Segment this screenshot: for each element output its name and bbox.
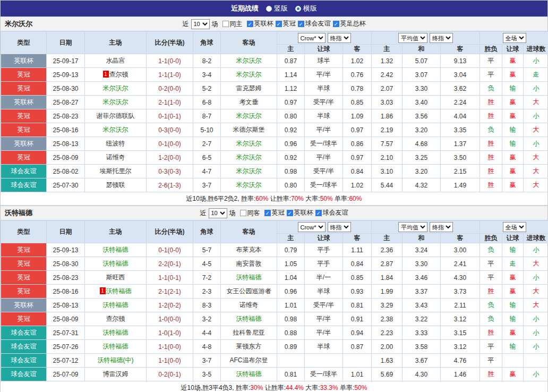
europe-odds-cell: 4.30: [403, 368, 441, 381]
corner-cell: 3-7: [193, 178, 221, 192]
col-header-date: 日期: [47, 32, 85, 54]
asian-odds-cell: 平/半: [305, 68, 343, 82]
col-header-asian-handicap: 让球: [305, 45, 343, 54]
score-cell: 0-1(0-0): [147, 243, 193, 257]
corner-cell: 3-7: [193, 354, 221, 368]
asian-odds-cell: 0.84: [343, 257, 372, 271]
layout-radio-vertical[interactable]: 竖版: [266, 4, 288, 13]
league-badge: 英冠: [1, 285, 47, 299]
corner-cell: 8-3: [193, 299, 221, 312]
filter-near-label: 近: [200, 209, 207, 218]
asian-odds-cell: 受一/球半: [305, 178, 343, 192]
match-row: 英联杯25-09-17水晶宫1-1(0-0)8-2米尔沃尔0.87球半1.021…: [1, 54, 548, 68]
match-row: 英联杯25-08-13沃特福德1-2(0-2)8-3诺维奇1.01受平/半0.8…: [1, 299, 548, 312]
handicap-result-cell: 赢: [502, 178, 524, 192]
checkbox-icon: [298, 21, 304, 27]
matches-table: 类型 日期 主场 比分(半场) 角球 客场 Crow*终指 平均值终指 全场: [1, 220, 548, 381]
competition-filter[interactable]: 英联杯: [287, 208, 313, 217]
same-venue-filter[interactable]: 同主: [222, 20, 243, 29]
europe-odds-cell: 3.24: [403, 243, 441, 257]
col-header-corner: 角球: [193, 32, 221, 54]
filter-games-label: 场: [229, 209, 236, 218]
col-header-goals-result: 进球数: [524, 45, 548, 54]
europe-odds-cell: 3.20: [403, 165, 441, 178]
col-header-corner: 角球: [193, 221, 221, 243]
europe-odds-cell: 4.32: [403, 178, 441, 192]
summary-stat-value: 60%: [255, 195, 268, 202]
league-badge: 英冠: [1, 123, 47, 137]
result-scope-select[interactable]: 全场: [503, 222, 526, 232]
goals-result-cell: 小: [524, 82, 548, 96]
league-badge: 英冠: [1, 109, 47, 123]
asian-odds-cell: 0.94: [343, 326, 372, 340]
asian-odds-cell: 球半: [305, 54, 343, 68]
europe-odds-cell: 3.30: [403, 82, 441, 96]
goals-result-cell: 小: [524, 271, 548, 285]
europe-odds-cell: 2.11: [441, 299, 480, 312]
match-date: 25-08-23: [47, 109, 85, 123]
europe-source-select[interactable]: 平均值: [398, 222, 427, 232]
corner-cell: 7-2: [193, 271, 221, 285]
asian-source-select[interactable]: Crow*: [298, 33, 326, 43]
summary-stat-value: 50%: [354, 384, 367, 391]
recent-count-select[interactable]: 10: [209, 208, 227, 218]
col-header-type: 类型: [1, 221, 47, 243]
away-team-cell: 沃特福德: [221, 368, 277, 381]
europe-odds-cell: 3.50: [441, 151, 480, 165]
result-cell: 胜: [480, 109, 502, 123]
score-cell: 0-1(0-1): [147, 109, 193, 123]
asian-odds-cell: 0.97: [343, 151, 372, 165]
asian-odds-cell: 半球: [305, 340, 343, 354]
home-team-cell: 埃斯托里尔: [85, 165, 147, 178]
checkbox-icon: [333, 21, 339, 27]
competition-filter[interactable]: 球会友谊: [298, 19, 331, 28]
europe-mode-select[interactable]: 终指: [430, 222, 453, 232]
result-scope-select[interactable]: 全场: [503, 33, 526, 43]
corner-cell: 8-7: [193, 109, 221, 123]
col-header-asian-home: 主: [277, 234, 305, 243]
recent-count-select[interactable]: 10: [191, 19, 210, 29]
score-cell: 1-1(0-0): [147, 54, 193, 68]
europe-odds-cell: 7.57: [372, 137, 403, 151]
layout-radio-horizontal[interactable]: 横版: [295, 4, 317, 13]
same-venue-filter[interactable]: 同客: [240, 209, 260, 218]
goals-result-cell: 大: [524, 285, 548, 299]
summary-line: 近10场,胜3平4负3, 胜率:30% 让胜率:44.4% 大率:33.3% 单…: [1, 381, 547, 392]
match-date: 25-07-09: [47, 368, 85, 381]
goals-result-cell: 大: [524, 165, 548, 178]
asian-odds-cell: 0.96: [277, 137, 305, 151]
home-team-cell: 1查尔顿: [85, 68, 147, 82]
match-row: 英冠25-09-13沃特福德0-1(0-0)5-7布莱克本0.79平手1.112…: [1, 243, 548, 257]
competition-filter[interactable]: 英冠: [276, 19, 296, 28]
home-team-cell: 查尔顿: [85, 312, 147, 326]
europe-odds-cell: 3.22: [403, 312, 441, 326]
competition-filter[interactable]: 英联杯: [247, 19, 273, 28]
match-row: 英冠25-08-30沃特福德2-2(0-1)4-5南安普敦1.05平手0.842…: [1, 257, 548, 271]
red-card-badge: 1: [103, 71, 109, 78]
competition-filter[interactable]: 球会友谊: [315, 208, 348, 217]
europe-odds-cell: 3.73: [441, 285, 480, 299]
europe-odds-cell: 3.37: [403, 285, 441, 299]
europe-odds-cell: 4.30: [441, 271, 480, 285]
europe-odds-cell: 1.86: [372, 109, 403, 123]
match-row: 球会友谊25-07-31沃特福德1-0(1-0)4-4拉科鲁尼亚0.88平/半0…: [1, 326, 548, 340]
europe-source-select[interactable]: 平均值: [398, 33, 427, 43]
europe-odds-cell: 3.29: [372, 299, 403, 312]
goals-result-cell: [524, 354, 548, 368]
team-section-millwall: 米尔沃尔 近 10 场 同主 英联杯英冠球会友谊英足总杯: [1, 16, 547, 206]
europe-mode-select[interactable]: 终指: [430, 33, 453, 43]
competition-filter[interactable]: 英足总杯: [333, 19, 366, 28]
col-header-score: 比分(半场): [147, 32, 193, 54]
europe-odds-cell: 5.69: [372, 368, 403, 381]
europe-odds-cell: 2.19: [372, 123, 403, 137]
asian-odds-cell: 1.01: [277, 299, 305, 312]
competition-filter[interactable]: 英冠: [264, 208, 285, 217]
asian-source-select[interactable]: Crow*: [298, 222, 326, 232]
result-cell: 负: [480, 299, 502, 312]
asian-mode-select[interactable]: 终指: [328, 33, 351, 43]
asian-mode-select[interactable]: 终指: [328, 222, 351, 232]
match-row: 英冠25-08-161沃特福德2-1(2-1)2-3女王公园巡游者0.96半球0…: [1, 285, 548, 299]
league-badge: 球会友谊: [1, 165, 47, 178]
asian-odds-cell: 受一/球半: [305, 137, 343, 151]
asian-odds-cell: 1.11: [343, 243, 372, 257]
